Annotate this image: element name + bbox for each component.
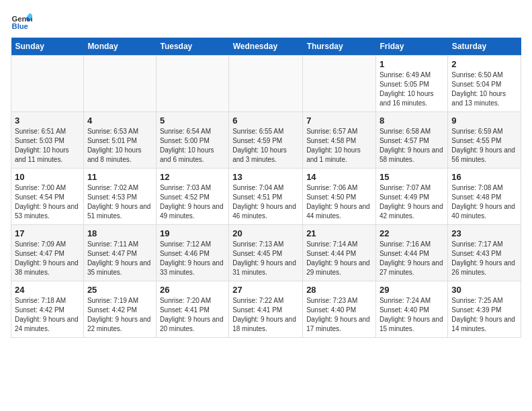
day-number: 8 [380,116,444,126]
calendar-cell: 19Sunrise: 7:12 AM Sunset: 4:46 PM Dayli… [156,225,228,281]
calendar-week-row: 10Sunrise: 7:00 AM Sunset: 4:54 PM Dayli… [11,169,521,225]
day-info: Sunrise: 6:58 AM Sunset: 4:57 PM Dayligh… [380,127,444,165]
calendar-cell [83,56,156,112]
calendar-cell [11,56,84,112]
day-number: 9 [451,116,517,126]
calendar-cell: 4Sunrise: 6:53 AM Sunset: 5:01 PM Daylig… [83,112,156,169]
calendar-week-row: 17Sunrise: 7:09 AM Sunset: 4:47 PM Dayli… [11,225,521,281]
calendar-cell [156,56,228,112]
calendar-cell: 30Sunrise: 7:25 AM Sunset: 4:39 PM Dayli… [448,281,521,338]
day-info: Sunrise: 7:09 AM Sunset: 4:47 PM Dayligh… [15,240,80,277]
calendar-table: SundayMondayTuesdayWednesdayThursdayFrid… [11,38,521,338]
calendar-cell: 7Sunrise: 6:57 AM Sunset: 4:58 PM Daylig… [303,112,376,169]
calendar-cell: 6Sunrise: 6:55 AM Sunset: 4:59 PM Daylig… [229,112,303,169]
day-number: 15 [380,172,444,182]
day-info: Sunrise: 7:23 AM Sunset: 4:40 PM Dayligh… [306,296,372,334]
day-number: 27 [232,285,299,295]
day-info: Sunrise: 7:24 AM Sunset: 4:40 PM Dayligh… [380,296,444,334]
day-info: Sunrise: 7:12 AM Sunset: 4:46 PM Dayligh… [160,240,225,277]
day-info: Sunrise: 7:11 AM Sunset: 4:47 PM Dayligh… [87,240,152,277]
day-info: Sunrise: 7:06 AM Sunset: 4:50 PM Dayligh… [306,183,372,221]
day-number: 24 [15,285,80,295]
calendar-cell: 16Sunrise: 7:08 AM Sunset: 4:48 PM Dayli… [448,169,521,225]
day-number: 12 [160,172,225,182]
calendar-header-row: SundayMondayTuesdayWednesdayThursdayFrid… [11,38,521,56]
day-number: 11 [87,172,152,182]
calendar-cell: 15Sunrise: 7:07 AM Sunset: 4:49 PM Dayli… [375,169,447,225]
calendar-cell: 3Sunrise: 6:51 AM Sunset: 5:03 PM Daylig… [11,112,84,169]
day-info: Sunrise: 7:00 AM Sunset: 4:54 PM Dayligh… [15,183,80,221]
day-info: Sunrise: 7:13 AM Sunset: 4:45 PM Dayligh… [232,240,299,277]
calendar-cell: 27Sunrise: 7:22 AM Sunset: 4:41 PM Dayli… [229,281,303,338]
day-number: 18 [87,228,152,238]
calendar-cell: 22Sunrise: 7:16 AM Sunset: 4:44 PM Dayli… [375,225,447,281]
day-info: Sunrise: 7:04 AM Sunset: 4:51 PM Dayligh… [232,183,299,221]
calendar-cell: 5Sunrise: 6:54 AM Sunset: 5:00 PM Daylig… [156,112,228,169]
calendar-week-row: 24Sunrise: 7:18 AM Sunset: 4:42 PM Dayli… [11,281,521,338]
day-info: Sunrise: 7:07 AM Sunset: 4:49 PM Dayligh… [380,183,444,221]
calendar-cell: 28Sunrise: 7:23 AM Sunset: 4:40 PM Dayli… [303,281,376,338]
day-info: Sunrise: 6:54 AM Sunset: 5:00 PM Dayligh… [160,127,225,165]
calendar-cell: 23Sunrise: 7:17 AM Sunset: 4:43 PM Dayli… [448,225,521,281]
day-info: Sunrise: 7:17 AM Sunset: 4:43 PM Dayligh… [451,240,517,277]
calendar-cell: 25Sunrise: 7:19 AM Sunset: 4:42 PM Dayli… [83,281,156,338]
day-info: Sunrise: 7:03 AM Sunset: 4:52 PM Dayligh… [160,183,225,221]
calendar-cell: 9Sunrise: 6:59 AM Sunset: 4:55 PM Daylig… [448,112,521,169]
day-info: Sunrise: 7:19 AM Sunset: 4:42 PM Dayligh… [87,296,152,334]
logo: General Blue [11,11,35,32]
day-number: 23 [451,228,517,238]
day-number: 2 [451,59,517,69]
day-number: 29 [380,285,444,295]
logo-icon: General Blue [11,11,32,32]
weekday-header: Friday [375,38,447,56]
calendar-cell: 12Sunrise: 7:03 AM Sunset: 4:52 PM Dayli… [156,169,228,225]
day-info: Sunrise: 7:18 AM Sunset: 4:42 PM Dayligh… [15,296,80,334]
calendar-cell: 26Sunrise: 7:20 AM Sunset: 4:41 PM Dayli… [156,281,228,338]
day-info: Sunrise: 7:22 AM Sunset: 4:41 PM Dayligh… [232,296,299,334]
header: General Blue [11,11,521,32]
day-info: Sunrise: 7:08 AM Sunset: 4:48 PM Dayligh… [451,183,517,221]
day-number: 5 [160,116,225,126]
calendar-cell: 14Sunrise: 7:06 AM Sunset: 4:50 PM Dayli… [303,169,376,225]
calendar-cell: 11Sunrise: 7:02 AM Sunset: 4:53 PM Dayli… [83,169,156,225]
weekday-header: Monday [83,38,156,56]
weekday-header: Saturday [448,38,521,56]
day-number: 13 [232,172,299,182]
calendar-week-row: 1Sunrise: 6:49 AM Sunset: 5:05 PM Daylig… [11,56,521,112]
day-number: 22 [380,228,444,238]
day-info: Sunrise: 7:02 AM Sunset: 4:53 PM Dayligh… [87,183,152,221]
weekday-header: Sunday [11,38,84,56]
day-info: Sunrise: 7:16 AM Sunset: 4:44 PM Dayligh… [380,240,444,277]
day-number: 25 [87,285,152,295]
day-number: 30 [451,285,517,295]
calendar-cell: 8Sunrise: 6:58 AM Sunset: 4:57 PM Daylig… [375,112,447,169]
calendar-cell: 20Sunrise: 7:13 AM Sunset: 4:45 PM Dayli… [229,225,303,281]
weekday-header: Thursday [303,38,376,56]
day-number: 14 [306,172,372,182]
day-info: Sunrise: 7:14 AM Sunset: 4:44 PM Dayligh… [306,240,372,277]
calendar-cell: 18Sunrise: 7:11 AM Sunset: 4:47 PM Dayli… [83,225,156,281]
day-info: Sunrise: 6:57 AM Sunset: 4:58 PM Dayligh… [306,127,372,165]
day-info: Sunrise: 7:25 AM Sunset: 4:39 PM Dayligh… [451,296,517,334]
svg-text:Blue: Blue [12,22,28,30]
weekday-header: Wednesday [229,38,303,56]
day-info: Sunrise: 6:59 AM Sunset: 4:55 PM Dayligh… [451,127,517,165]
calendar-cell: 13Sunrise: 7:04 AM Sunset: 4:51 PM Dayli… [229,169,303,225]
day-number: 26 [160,285,225,295]
day-number: 16 [451,172,517,182]
day-number: 28 [306,285,372,295]
calendar-cell [303,56,376,112]
calendar-cell: 24Sunrise: 7:18 AM Sunset: 4:42 PM Dayli… [11,281,84,338]
day-number: 3 [15,116,80,126]
calendar-cell: 2Sunrise: 6:50 AM Sunset: 5:04 PM Daylig… [448,56,521,112]
day-number: 1 [380,59,444,69]
day-number: 20 [232,228,299,238]
day-info: Sunrise: 6:49 AM Sunset: 5:05 PM Dayligh… [380,71,444,108]
calendar-cell: 29Sunrise: 7:24 AM Sunset: 4:40 PM Dayli… [375,281,447,338]
day-number: 19 [160,228,225,238]
day-number: 4 [87,116,152,126]
calendar-week-row: 3Sunrise: 6:51 AM Sunset: 5:03 PM Daylig… [11,112,521,169]
weekday-header: Tuesday [156,38,228,56]
day-number: 10 [15,172,80,182]
day-info: Sunrise: 6:50 AM Sunset: 5:04 PM Dayligh… [451,71,517,108]
